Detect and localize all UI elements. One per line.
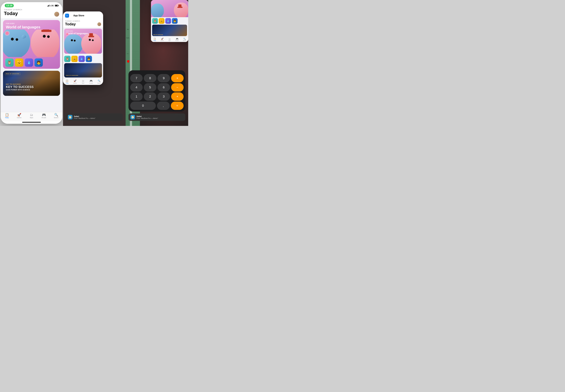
- s-app-icon-2[interactable]: 😺: [71, 56, 78, 62]
- search-icon: 🔍: [54, 113, 58, 116]
- calc-btn-2[interactable]: 2: [144, 92, 156, 101]
- p3-tab-apps[interactable]: 🗂 Apps: [166, 38, 173, 41]
- tab-search[interactable]: 🔍 Search: [50, 113, 62, 118]
- s-app-icon-1[interactable]: 🦉: [64, 56, 70, 62]
- calc-btn-5[interactable]: 5: [144, 83, 156, 92]
- today-icon: 📋: [5, 113, 9, 116]
- switcher-kids-card[interactable]: FOR KIDS World of languages: [64, 29, 102, 54]
- app-icon-3[interactable]: 💧: [25, 58, 33, 67]
- p3-app-icons: 🦉 😺 💧 👧: [151, 17, 188, 25]
- tab-today[interactable]: 📋 Today: [1, 113, 13, 118]
- p3-icon-1[interactable]: 🦉: [152, 18, 158, 24]
- kids-card-title: World of languages: [3, 25, 60, 29]
- s-arcade-icon: 🎮: [90, 80, 93, 82]
- kids-illustration: [3, 29, 60, 57]
- today-header: TUESDAY 14 MARCH Today: [1, 8, 62, 18]
- p3-tab-search[interactable]: 🔍 Search: [181, 38, 188, 41]
- switcher-tab-bar: 📋 Today 🚀 Games 🗂 Apps 🎮 Arcade 🔍: [63, 79, 103, 85]
- calc-btn-7[interactable]: 7: [130, 74, 143, 82]
- calc-btn-decimal[interactable]: ,: [157, 101, 170, 110]
- safari-text: Safari From "MacBook Pro — Admin": [74, 115, 121, 119]
- safari-app-name: Safari: [74, 115, 121, 117]
- p3-icon-3[interactable]: 💧: [165, 18, 171, 24]
- game-card-title: KEY TO SUCCESS KEY TO SUCCESS GAIN POWER…: [6, 83, 34, 91]
- switcher-today-header: TUESDAY 14 MARCH Today: [63, 20, 103, 28]
- calc-btn-0[interactable]: 0: [130, 101, 156, 110]
- calc-btn-plus[interactable]: +: [171, 92, 184, 101]
- safari-icon: 🧭: [68, 115, 72, 119]
- kids-card[interactable]: FOR KIDS World of languages: [3, 20, 60, 69]
- home-bar: [22, 122, 41, 123]
- app-icon-4[interactable]: 👧: [35, 58, 43, 67]
- p3-game-strip[interactable]: RISE OF KINGDOMS: [152, 25, 187, 36]
- switcher-icons: 🦉 😺 💧 👧: [63, 55, 103, 63]
- calc-btn-6[interactable]: 6: [158, 83, 170, 92]
- calc-btn-1[interactable]: 1: [130, 92, 143, 101]
- phone3-switcher: Go Explo... Lat... 🦉 😺 💧 👧 RI: [126, 0, 188, 126]
- status-bar: 13:16 LTE: [1, 2, 62, 8]
- carrier-label: LTE: [50, 5, 54, 7]
- kids-label: FOR KIDS: [3, 20, 60, 25]
- game-card[interactable]: RISE OF KINGDOMS KEY TO SUCCESS KEY TO S…: [3, 71, 60, 96]
- s-app-icon-3[interactable]: 💧: [79, 56, 85, 62]
- calc-btn-multiply[interactable]: ×: [171, 74, 184, 82]
- s-today-icon: 📋: [66, 80, 69, 82]
- tab-bar: 📋 Today 🚀 Games 🗂 Apps 🎮 Arcade 🔍: [1, 112, 62, 121]
- games-icon: 🚀: [17, 113, 21, 116]
- phone3-appstore-card[interactable]: 🦉 😺 💧 👧 RISE OF KINGDOMS 📋 Today 🚀 Games: [151, 0, 188, 42]
- today-date: TUESDAY 14 MARCH: [4, 9, 59, 11]
- calc-row-2: 4 5 6 −: [130, 83, 184, 92]
- calc-btn-4[interactable]: 4: [130, 83, 143, 92]
- appstore-icon: A: [65, 14, 69, 18]
- calc-btn-3[interactable]: 3: [158, 92, 170, 101]
- s-games-label: Games: [73, 83, 77, 84]
- phone3-safari-subtitle: From "MacBook Pro — Admin": [137, 117, 183, 119]
- battery-icon: [55, 5, 58, 6]
- calc-display: [130, 70, 184, 73]
- calculator-card[interactable]: 7 8 9 × 4 5 6 − 1 2 3 + 0 ,: [128, 70, 185, 112]
- switcher-kids-label: FOR KIDS: [64, 29, 102, 32]
- s-tab-arcade[interactable]: 🎮 Arcade: [87, 80, 95, 84]
- p3-tab-today[interactable]: 📋 Today: [151, 38, 158, 41]
- s-tab-games[interactable]: 🚀 Games: [71, 80, 79, 84]
- switcher-header: A App Store: [63, 12, 103, 20]
- calc-btn-9[interactable]: 9: [158, 74, 170, 82]
- time-display: 13:16: [5, 4, 14, 7]
- s-tab-search[interactable]: 🔍 Search: [95, 80, 103, 84]
- p3-icon-2[interactable]: 😺: [159, 18, 165, 24]
- tab-apps[interactable]: 🗂 Apps: [25, 113, 38, 118]
- calc-btn-equals[interactable]: =: [171, 101, 184, 110]
- status-icons: LTE: [47, 5, 58, 7]
- tab-games[interactable]: 🚀 Games: [13, 113, 25, 118]
- phone3-safari-notification[interactable]: 🧭 Safari From "MacBook Pro — Admin": [128, 113, 185, 121]
- safari-notification[interactable]: 🧭 Safari From "MacBook Pro — Admin": [66, 113, 123, 121]
- phone3-safari-app-name: Safari: [137, 115, 183, 117]
- s-search-icon: 🔍: [98, 80, 100, 82]
- switcher-avatar: [97, 22, 101, 26]
- p3-tab-games[interactable]: 🚀 Games: [158, 38, 166, 41]
- phone2-switcher: C 7 4 1 0 A App Store TUESDAY 14 MARCH T…: [63, 0, 126, 126]
- s-apps-icon: 🗂: [82, 80, 84, 82]
- p3-icon-4[interactable]: 👧: [172, 18, 178, 24]
- app-icon-1[interactable]: 🦉: [5, 58, 14, 67]
- tab-games-label: Games: [17, 117, 21, 118]
- s-arcade-label: Arcade: [89, 83, 93, 84]
- s-tab-apps[interactable]: 🗂 Apps: [79, 80, 87, 84]
- kids-app-icons: 🦉 😺 💧 👧: [3, 57, 60, 69]
- calc-btn-8[interactable]: 8: [144, 74, 156, 82]
- calc-btn-minus[interactable]: −: [171, 83, 184, 92]
- phone1: 13:16 LTE TUESDAY 14 M: [1, 2, 62, 124]
- tab-arcade[interactable]: 🎮 Arcade: [38, 113, 50, 118]
- p3-tab-arcade[interactable]: 🎮 Arcade: [173, 38, 181, 41]
- tab-apps-label: Apps: [30, 117, 33, 118]
- switcher-today-title: Today: [65, 22, 76, 26]
- app-store-content: TUESDAY 14 MARCH Today FOR KIDS World of…: [1, 8, 62, 112]
- cards-area: FOR KIDS World of languages: [1, 18, 62, 112]
- s-app-icon-4[interactable]: 👧: [86, 56, 92, 62]
- switcher-game-card[interactable]: RISE OF KINGDOMS: [64, 63, 102, 77]
- calc-row-1: 7 8 9 ×: [130, 74, 184, 82]
- s-tab-today[interactable]: 📋 Today: [63, 80, 71, 84]
- app-icon-2[interactable]: 😺: [15, 58, 23, 67]
- switcher-appstore-card[interactable]: A App Store TUESDAY 14 MARCH Today FOR K…: [63, 12, 103, 85]
- tab-search-label: Search: [54, 117, 58, 118]
